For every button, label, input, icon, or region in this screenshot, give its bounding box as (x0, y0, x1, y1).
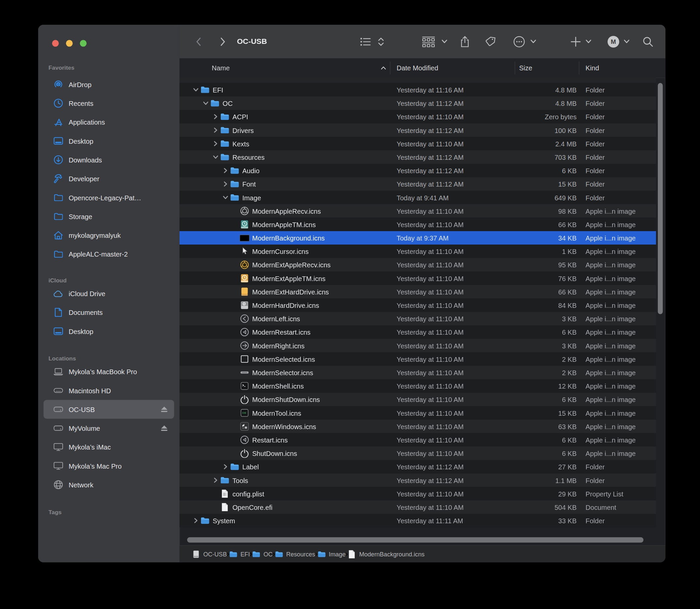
file-row-kexts[interactable]: KextsYesterday at 11:10 AM2.4 MBFolder (179, 137, 656, 151)
disclosure-expanded-icon[interactable] (192, 87, 199, 92)
file-row-modernappletm-icns[interactable]: ModernAppleTM.icnsYesterday at 11:10 AM6… (179, 218, 656, 231)
sidebar-item-mykolagrymalyuk[interactable]: mykolagrymalyuk (43, 226, 174, 245)
sidebar-item-mykola-s-macbook-pro[interactable]: Mykola’s MacBook Pro (43, 362, 174, 381)
view-sort-chevrons-icon[interactable] (377, 25, 385, 58)
more-options-icon[interactable] (512, 25, 526, 58)
path-segment-resources[interactable]: Resources (275, 551, 315, 558)
new-folder-chevron-icon[interactable] (585, 25, 592, 58)
tag-icon[interactable] (485, 25, 497, 58)
file-row-modernbackground-icns[interactable]: ModernBackground.icnsToday at 9:37 AM34 … (179, 231, 656, 245)
file-row-oc[interactable]: OCYesterday at 11:12 AM4.8 MBFolder (179, 97, 656, 110)
file-row-shutdown-icns[interactable]: ShutDown.icnsYesterday at 11:10 AM6 KBAp… (179, 447, 656, 460)
path-segment-oc-usb[interactable]: OC-USB (192, 551, 227, 558)
column-date-modified[interactable]: Date Modified (397, 58, 438, 78)
sidebar-item-icloud-drive[interactable]: iCloud Drive (43, 284, 174, 303)
back-button[interactable] (193, 25, 204, 58)
path-segment-efi[interactable]: EFI (229, 551, 250, 558)
sidebar-item-mykola-s-mac-pro[interactable]: Mykola’s Mac Pro (43, 457, 174, 475)
sidebar-item-applealc-master-2[interactable]: AppleALC-master-2 (43, 245, 174, 263)
file-row-modernextapplerecv-icns[interactable]: ModernExtAppleRecv.icnsYesterday at 11:1… (179, 258, 656, 271)
disclosure-collapsed-icon[interactable] (192, 518, 199, 523)
sidebar-item-opencore-legacy-pat-[interactable]: Opencore-Legacy-Pat… (43, 188, 174, 207)
group-by-chevron-icon[interactable] (441, 25, 448, 58)
file-row-label[interactable]: LabelYesterday at 11:12 AM27 KBFolder (179, 460, 656, 473)
sidebar-item-storage[interactable]: Storage (43, 207, 174, 226)
disclosure-collapsed-icon[interactable] (222, 168, 229, 173)
sidebar-item-developer[interactable]: Developer (43, 169, 174, 188)
file-row-moderncursor-icns[interactable]: ModernCursor.icnsYesterday at 11:10 AM1 … (179, 245, 656, 258)
file-row-opencore-efi[interactable]: OpenCore.efiYesterday at 11:10 AM504 KBD… (179, 501, 656, 514)
sidebar-item-mykola-s-imac[interactable]: Mykola’s iMac (43, 437, 174, 456)
file-row-font[interactable]: FontYesterday at 11:12 AM15 KBFolder (179, 177, 656, 191)
column-divider[interactable] (390, 62, 390, 75)
sidebar-item-oc-usb[interactable]: OC-USB (43, 400, 174, 419)
zoom-button[interactable] (80, 40, 86, 47)
path-segment-image[interactable]: Image (317, 551, 346, 558)
vertical-scrollbar[interactable] (658, 83, 663, 314)
sidebar-item-applications[interactable]: Applications (43, 112, 174, 131)
path-segment-modernbackground-icns[interactable]: ModernBackground.icns (348, 551, 425, 558)
share-icon[interactable] (458, 25, 471, 58)
file-row-modernright-icns[interactable]: ModernRight.icnsYesterday at 11:10 AM3 K… (179, 339, 656, 352)
sidebar-item-recents[interactable]: Recents (43, 94, 174, 112)
list-view-icon[interactable] (359, 25, 372, 58)
file-row-modernextappletm-icns[interactable]: ModernExtAppleTM.icnsYesterday at 11:10 … (179, 272, 656, 285)
sidebar-item-desktop[interactable]: Desktop (43, 322, 174, 341)
disclosure-expanded-icon[interactable] (212, 154, 219, 160)
column-size[interactable]: Size (519, 58, 532, 78)
file-row-modernselected-icns[interactable]: ModernSelected.icnsYesterday at 11:10 AM… (179, 352, 656, 366)
sidebar-item-network[interactable]: Network (43, 475, 174, 494)
disclosure-collapsed-icon[interactable] (212, 127, 219, 133)
column-divider[interactable] (579, 62, 579, 75)
file-row-modernapplerecv-icns[interactable]: ModernAppleRecv.icnsYesterday at 11:10 A… (179, 204, 656, 218)
file-row-config-plist[interactable]: config.plistYesterday at 11:10 AM29 KBPr… (179, 487, 656, 501)
disclosure-expanded-icon[interactable] (202, 101, 209, 106)
sidebar-item-macintosh-hd[interactable]: Macintosh HD (43, 381, 174, 400)
file-row-modernleft-icns[interactable]: ModernLeft.icnsYesterday at 11:10 AM3 KB… (179, 312, 656, 325)
account-avatar[interactable]: M (607, 25, 620, 58)
file-row-modernshutdown-icns[interactable]: ModernShutDown.icnsYesterday at 11:10 AM… (179, 393, 656, 406)
minimize-button[interactable] (66, 40, 73, 47)
search-icon[interactable] (642, 25, 654, 58)
column-kind[interactable]: Kind (585, 58, 599, 78)
eject-icon[interactable] (161, 425, 168, 432)
sidebar-item-desktop[interactable]: Desktop (43, 132, 174, 151)
file-row-audio[interactable]: AudioYesterday at 11:12 AM6 KBFolder (179, 164, 656, 177)
disclosure-expanded-icon[interactable] (222, 195, 229, 200)
file-row-acpi[interactable]: ACPIYesterday at 11:10 AMZero bytesFolde… (179, 110, 656, 123)
sidebar-item-myvolume[interactable]: MyVolume (43, 419, 174, 437)
horizontal-scrollbar[interactable] (187, 537, 644, 543)
file-row-modernwindows-icns[interactable]: ModernWindows.icnsYesterday at 11:10 AM6… (179, 420, 656, 433)
sidebar-item-downloads[interactable]: Downloads (43, 151, 174, 169)
file-row-restart-icns[interactable]: Restart.icnsYesterday at 11:10 AM6 KBApp… (179, 433, 656, 447)
disclosure-collapsed-icon[interactable] (222, 181, 229, 187)
file-row-drivers[interactable]: DriversYesterday at 11:12 AM100 KBFolder (179, 123, 656, 137)
file-row-image[interactable]: ImageToday at 9:41 AM649 KBFolder (179, 191, 656, 204)
account-chevron-icon[interactable] (623, 25, 630, 58)
close-button[interactable] (52, 40, 58, 47)
path-segment-oc[interactable]: OC (252, 551, 273, 558)
group-by-icon[interactable] (421, 25, 436, 58)
disclosure-collapsed-icon[interactable] (212, 114, 219, 119)
file-row-efi[interactable]: EFIYesterday at 11:16 AM4.8 MBFolder (179, 83, 656, 97)
disclosure-collapsed-icon[interactable] (222, 464, 229, 469)
file-row-resources[interactable]: ResourcesYesterday at 11:12 AM703 KBFold… (179, 151, 656, 164)
eject-icon[interactable] (161, 406, 168, 412)
file-row-system[interactable]: SystemYesterday at 11:11 AM33 KBFolder (179, 514, 656, 527)
disclosure-collapsed-icon[interactable] (212, 477, 219, 483)
file-row-moderntool-icns[interactable]: EXEModernTool.icnsYesterday at 11:10 AM1… (179, 406, 656, 419)
file-row-modernrestart-icns[interactable]: ModernRestart.icnsYesterday at 11:10 AM6… (179, 325, 656, 339)
file-row-modernextharddrive-icns[interactable]: ModernExtHardDrive.icnsYesterday at 11:1… (179, 285, 656, 298)
file-row-modernselector-icns[interactable]: ModernSelector.icnsYesterday at 11:10 AM… (179, 366, 656, 379)
new-folder-plus-icon[interactable] (570, 25, 581, 58)
disclosure-collapsed-icon[interactable] (212, 141, 219, 146)
file-row-tools[interactable]: ToolsYesterday at 11:12 AM1.1 MBFolder (179, 473, 656, 487)
forward-button[interactable] (218, 25, 228, 58)
sidebar-item-airdrop[interactable]: AirDrop (43, 75, 174, 94)
file-row-modernshell-icns[interactable]: ModernShell.icnsYesterday at 11:10 AM12 … (179, 379, 656, 393)
sidebar-item-documents[interactable]: Documents (43, 303, 174, 321)
more-options-chevron-icon[interactable] (529, 25, 537, 58)
column-divider[interactable] (515, 62, 515, 75)
column-name[interactable]: Name (212, 58, 230, 78)
file-row-modernharddrive-icns[interactable]: ModernHardDrive.icnsYesterday at 11:10 A… (179, 298, 656, 312)
